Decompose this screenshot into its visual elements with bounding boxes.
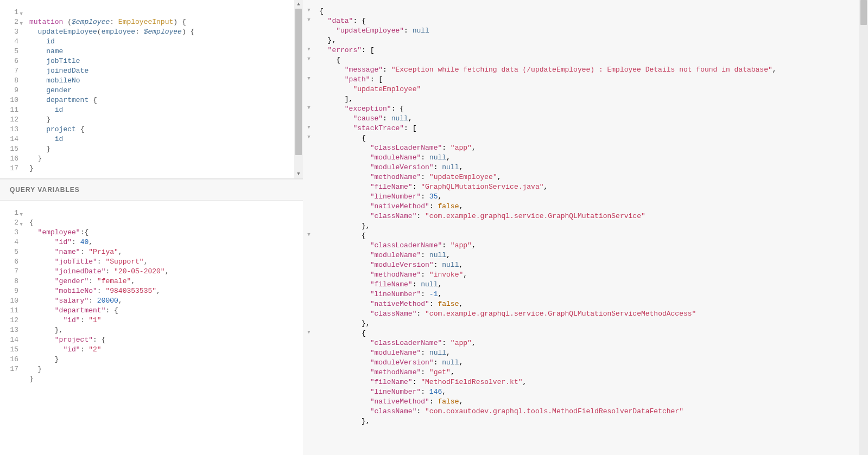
line-number: 10 xyxy=(0,296,18,306)
query-scrollbar[interactable]: ▲ ▼ xyxy=(294,0,303,178)
line-number: 5 xyxy=(0,47,18,56)
left-panel: 1▼2▼34567891011121314151617 mutation ($e… xyxy=(0,0,303,455)
line-number: 16 xyxy=(0,355,18,364)
fold-icon[interactable]: ▼ xyxy=(305,330,313,335)
line-number: 14 xyxy=(0,134,18,144)
line-number: 8 xyxy=(0,76,18,86)
variables-code[interactable]: { "employee":{ "id": 40, "name": "Priya"… xyxy=(24,201,303,455)
fold-icon[interactable]: ▼ xyxy=(305,47,313,52)
line-number: 10 xyxy=(0,95,18,105)
query-code[interactable]: mutation ($employee: EmployeeInput) { up… xyxy=(24,0,303,178)
fold-icon[interactable]: ▼ xyxy=(305,17,313,23)
line-number: 8 xyxy=(0,277,18,286)
fold-icon[interactable]: ▼ xyxy=(305,56,313,62)
line-number: 12 xyxy=(0,115,18,125)
fold-icon[interactable]: ▼ xyxy=(20,19,23,29)
variables-editor[interactable]: 1▼2▼34567891011121314151617 { "employee"… xyxy=(0,201,303,455)
line-number: 1▼ xyxy=(0,208,18,218)
line-number: 4 xyxy=(0,37,18,47)
line-number: 4 xyxy=(0,238,18,247)
scroll-up-icon[interactable]: ▲ xyxy=(294,0,303,9)
response-scrollbar[interactable] xyxy=(859,0,868,455)
scroll-thumb[interactable] xyxy=(295,9,302,155)
variables-gutter: 1▼2▼34567891011121314151617 xyxy=(0,201,24,455)
line-number: 15 xyxy=(0,345,18,355)
line-number: 9 xyxy=(0,86,18,95)
fold-icon[interactable]: ▼ xyxy=(305,105,313,111)
line-number: 12 xyxy=(0,316,18,325)
scroll-down-icon[interactable]: ▼ xyxy=(294,170,303,178)
fold-icon[interactable]: ▼ xyxy=(305,125,313,130)
line-number: 2▼ xyxy=(0,17,18,27)
query-editor[interactable]: 1▼2▼34567891011121314151617 mutation ($e… xyxy=(0,0,303,179)
line-number: 1▼ xyxy=(0,8,18,17)
line-number: 3 xyxy=(0,27,18,37)
line-number: 5 xyxy=(0,247,18,257)
fold-icon[interactable]: ▼ xyxy=(20,220,23,229)
keyword-mutation: mutation xyxy=(29,18,63,26)
line-number: 17 xyxy=(0,364,18,374)
line-number: 2▼ xyxy=(0,218,18,228)
line-number: 6 xyxy=(0,257,18,267)
line-number: 16 xyxy=(0,154,18,164)
line-number: 17 xyxy=(0,164,18,174)
line-number: 7 xyxy=(0,267,18,277)
line-number: 3 xyxy=(0,228,18,238)
query-gutter: 1▼2▼34567891011121314151617 xyxy=(0,0,24,178)
fold-icon[interactable]: ▼ xyxy=(305,232,313,238)
fold-icon[interactable]: ▼ xyxy=(305,76,313,81)
line-number: 14 xyxy=(0,335,18,345)
fold-icon[interactable]: ▼ xyxy=(305,8,313,13)
response-content: { "data": { "updateEmployee": null }, "e… xyxy=(319,7,863,426)
scroll-thumb[interactable] xyxy=(860,0,867,25)
line-number: 13 xyxy=(0,125,18,134)
line-number: 7 xyxy=(0,66,18,76)
fold-icon[interactable]: ▼ xyxy=(305,134,313,140)
response-panel[interactable]: ▼ ▼ ▼ ▼ ▼ ▼ ▼ ▼ ▼ ▼ { "data": { "updateE… xyxy=(303,0,868,455)
line-number: 6 xyxy=(0,56,18,66)
line-number: 13 xyxy=(0,325,18,335)
fold-icon[interactable]: ▼ xyxy=(20,9,23,19)
line-number: 11 xyxy=(0,105,18,115)
fold-icon[interactable]: ▼ xyxy=(20,210,23,220)
line-number: 15 xyxy=(0,144,18,154)
line-number: 11 xyxy=(0,306,18,316)
query-variables-header[interactable]: QUERY VARIABLES xyxy=(0,179,303,201)
line-number: 9 xyxy=(0,286,18,296)
